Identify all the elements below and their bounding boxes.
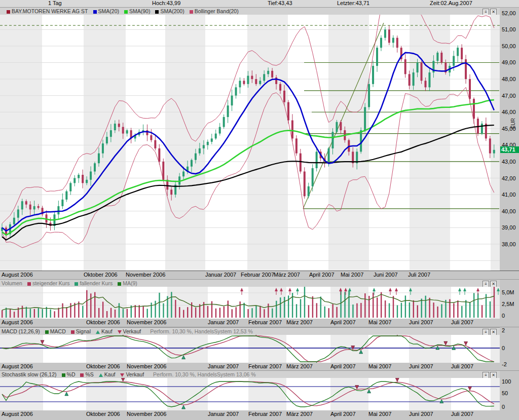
macd-time-axis: August 2006Oktober 2006November 2006Janu… — [0, 363, 519, 371]
month-label: April 2007 — [330, 363, 356, 369]
stoch-time-axis: August 2006Oktober 2006November 2006Janu… — [0, 410, 519, 420]
legend-color-swatch-icon — [190, 10, 193, 14]
legend-item-label: %S — [85, 371, 93, 377]
month-label: August 2006 — [2, 319, 33, 325]
month-label: März 2007 — [286, 363, 313, 369]
macd-tick-label: -2 — [502, 361, 507, 367]
month-label: Februar 2007 — [248, 411, 282, 417]
legend-item-label: SMA(90) — [129, 8, 150, 14]
legend-item-label: Kauf — [104, 371, 116, 377]
macd-tick-label: 0 — [502, 345, 505, 351]
month-label: Juni 2007 — [409, 319, 433, 325]
month-label: Mai 2007 — [368, 363, 391, 369]
month-label: August 2006 — [2, 411, 33, 417]
stoch-tick-label: 100 — [502, 378, 511, 385]
price-chart-plot[interactable] — [0, 15, 500, 271]
month-label: Januar 2007 — [205, 272, 236, 278]
month-label: August 2006 — [2, 272, 33, 278]
legend-item-label: Kauf — [101, 328, 113, 334]
month-label: April 2007 — [309, 272, 335, 278]
legend-item-label: MACD — [50, 328, 66, 334]
macd-legend-bar: MACD (12,26,9)MACDSignalKaufVerkaufPerfo… — [0, 327, 500, 335]
panel-title: Volumen — [2, 280, 22, 286]
legend-item-label: SMA(20) — [98, 8, 119, 14]
month-label: Juni 2007 — [409, 411, 433, 417]
price-tick-label: 49,00 — [502, 59, 516, 65]
legend-item-label: Signal — [76, 328, 91, 334]
panel-title: Stochastik slow (26,12) — [2, 371, 57, 377]
price-axis: 52,0051,0050,0049,0048,0047,0046,0045,00… — [500, 15, 519, 271]
legend-color-swatch-icon — [155, 10, 159, 14]
legend-item-label: MA(9) — [123, 280, 137, 286]
price-tick-label: 40,00 — [502, 208, 516, 214]
performance-label: Perform. 10,30 %, HandelsSystem 13,06 % — [153, 371, 256, 377]
stoch-legend-bar: Stochastik slow (26,12)%D%SKaufVerkaufPe… — [0, 370, 500, 378]
month-label: Februar 2007 — [248, 319, 282, 325]
month-label: Juni 2007 — [374, 272, 398, 278]
stoch-plot[interactable] — [0, 378, 500, 411]
sell-triangle-icon — [120, 373, 124, 377]
month-label: Januar 2007 — [208, 319, 239, 325]
month-label: November 2006 — [127, 363, 166, 369]
price-tick-label: 47,00 — [502, 93, 516, 99]
month-label: November 2006 — [126, 272, 165, 278]
legend-items: Volumensteigender Kursfallender KursMA(9… — [2, 280, 137, 286]
macd-canvas — [0, 335, 500, 363]
legend-color-swatch-icon — [27, 282, 31, 286]
volume-tick-label: 2,5M — [502, 301, 514, 307]
legend-item-label: steigender Kurs — [32, 280, 70, 286]
price-time-axis: August 2006Oktober 2006November 2006Janu… — [0, 271, 519, 280]
macd-plot[interactable] — [0, 335, 500, 363]
month-label: Juli 2007 — [451, 319, 473, 325]
volume-canvas — [0, 287, 500, 319]
month-label: Januar 2007 — [208, 363, 239, 369]
price-tick-label: 50,00 — [502, 43, 516, 49]
price-tick-label: 51,00 — [502, 26, 516, 32]
panel-window-buttons: ≡✕ — [481, 8, 497, 15]
month-label: April 2007 — [330, 411, 356, 417]
month-label: März 2007 — [286, 411, 313, 417]
legend-color-swatch-icon — [75, 282, 78, 286]
info-hoch: Hoch:43,99 — [152, 0, 180, 6]
month-label: März 2007 — [274, 272, 300, 278]
macd-tick-label: 2 — [502, 327, 505, 333]
panel-window-buttons: ≡✕ — [481, 371, 497, 378]
price-tick-label: 46,00 — [502, 109, 516, 115]
buy-triangle-icon — [96, 330, 100, 334]
info-period: 1 Tag — [48, 0, 62, 6]
volume-plot[interactable] — [0, 287, 500, 319]
legend-color-swatch-icon — [93, 10, 97, 14]
legend-item-label: Verkauf — [123, 328, 141, 334]
month-label: Oktober 2006 — [86, 319, 120, 325]
month-label: November 2006 — [127, 319, 166, 325]
sell-triangle-icon — [118, 330, 122, 334]
legend-item-label: BAY.MOTOREN WERKE AG ST — [12, 8, 88, 14]
month-label: Juni 2007 — [409, 363, 433, 369]
info-letzter: Letzter:43,71 — [337, 0, 369, 6]
month-label: August 2006 — [2, 363, 33, 369]
month-label: Juli 2007 — [451, 363, 473, 369]
month-label: Mai 2007 — [341, 272, 363, 278]
price-tick-label: 52,00 — [502, 10, 516, 16]
month-label: Mai 2007 — [368, 319, 391, 325]
month-label: Oktober 2006 — [84, 272, 118, 278]
legend-color-swatch-icon — [124, 10, 128, 14]
month-label: April 2007 — [330, 319, 356, 325]
info-bar: 1 Tag Hoch:43,99 Tief:43,43 Letzter:43,7… — [0, 0, 519, 8]
legend-color-swatch-icon — [71, 330, 75, 334]
buy-triangle-icon — [99, 373, 103, 377]
legend-color-swatch-icon — [118, 282, 121, 286]
legend-color-swatch-icon — [62, 373, 65, 377]
price-tick-label: 39,00 — [502, 224, 516, 231]
month-label: Juli 2007 — [408, 272, 430, 278]
legend-item-label: Bollinger Band(20) — [195, 8, 239, 14]
legend-color-swatch-icon — [7, 10, 10, 14]
info-zeit: Zeit:02.Aug.2007 — [430, 0, 472, 6]
month-label: Juli 2007 — [451, 411, 473, 417]
info-tief: Tief:43,43 — [268, 0, 292, 6]
price-tick-label: 48,00 — [502, 76, 516, 82]
volume-time-axis: August 2006Oktober 2006November 2006Janu… — [0, 319, 519, 327]
currency-unit-label: EUR — [510, 118, 516, 129]
legend-item-label: %D — [67, 371, 76, 377]
legend-item-label: fallender Kurs — [80, 280, 113, 286]
